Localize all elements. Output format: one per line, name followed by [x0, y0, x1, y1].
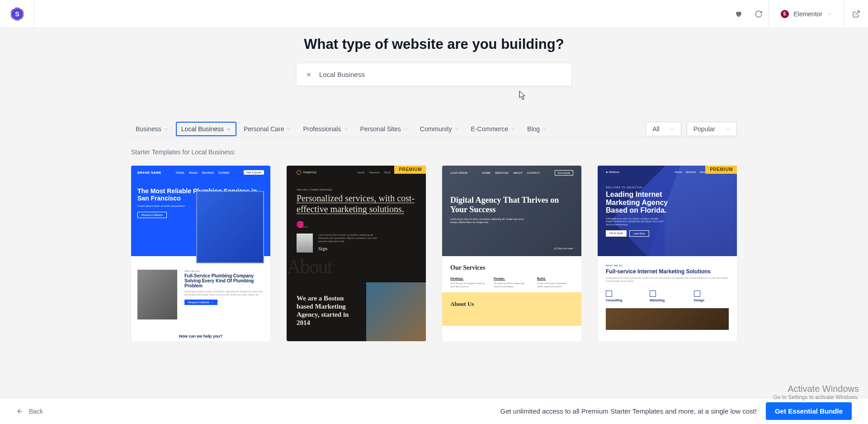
search-box[interactable]: Local Business	[297, 63, 571, 86]
sync-button[interactable]	[749, 4, 769, 24]
page-builder-select[interactable]: E Elementor	[769, 0, 844, 28]
open-external-button[interactable]	[844, 0, 868, 28]
type-filter-select[interactable]: All	[646, 122, 681, 136]
chevron-down-icon	[164, 127, 169, 132]
templates-grid: BRAND NAME Home About Services Contact G…	[131, 166, 737, 341]
builder-name-label: Elementor	[793, 10, 822, 18]
chevron-down-icon	[725, 127, 730, 132]
preview-brand: BRAND NAME	[137, 171, 161, 174]
preview-image	[196, 191, 264, 263]
category-professionals[interactable]: Professionals	[298, 122, 353, 136]
category-personal-care[interactable]: Personal Care	[239, 122, 296, 136]
preview-cta-icon: VIEW OUR SERVICES	[297, 221, 304, 228]
premium-badge: PREMIUM	[705, 166, 737, 174]
category-personal-sites[interactable]: Personal Sites	[356, 122, 413, 136]
filter-bar: Business Local Business Personal Care Pr…	[131, 122, 737, 138]
chevron-down-icon	[670, 127, 675, 132]
chevron-down-icon	[454, 127, 459, 132]
heart-icon	[735, 10, 743, 18]
chevron-down-icon	[510, 127, 515, 132]
logo-cell[interactable]: S	[0, 0, 34, 28]
chevron-down-icon	[403, 127, 408, 132]
chevron-down-icon	[542, 127, 547, 132]
chevron-down-icon	[344, 127, 349, 132]
preview-image	[297, 233, 313, 252]
preview-image	[366, 282, 426, 341]
close-icon	[306, 71, 312, 78]
chevron-down-icon	[286, 127, 291, 132]
external-link-icon	[852, 10, 860, 18]
svg-line-4	[856, 11, 859, 14]
sort-select[interactable]: Popular	[687, 122, 737, 136]
category-local-business[interactable]: Local Business	[176, 122, 236, 136]
chevron-down-icon	[226, 127, 231, 132]
template-card[interactable]: PREMIUM ◈ Delectus HomeServicesAboutBlog…	[598, 166, 737, 341]
page-title: What type of website are you building?	[0, 36, 868, 52]
category-tabs: Business Local Business Personal Care Pr…	[131, 122, 552, 136]
top-bar: S E Elementor	[0, 0, 868, 28]
favorites-button[interactable]	[729, 4, 749, 24]
results-heading: Starter Templates for Local Business:	[131, 148, 737, 156]
svg-text:S: S	[15, 10, 19, 18]
chevron-down-icon	[827, 11, 832, 17]
category-business[interactable]: Business	[131, 122, 173, 136]
sync-icon	[755, 10, 763, 18]
category-blog[interactable]: Blog	[523, 122, 552, 136]
template-card[interactable]: LOGO IPSUM HOME SERVICES ABOUT CONTACT G…	[442, 166, 581, 341]
preview-image	[137, 270, 177, 319]
app-logo-icon: S	[9, 6, 25, 22]
hero-section: What type of website are you building? L…	[0, 28, 868, 99]
template-card[interactable]: PREMIUM TRABITUS Home Services Work Abou…	[287, 166, 426, 341]
template-card[interactable]: BRAND NAME Home About Services Contact G…	[131, 166, 270, 341]
elementor-badge-icon: E	[781, 10, 789, 18]
clear-search-button[interactable]	[306, 71, 312, 78]
premium-badge: PREMIUM	[394, 166, 426, 174]
category-community[interactable]: Community	[415, 122, 464, 136]
preview-image	[606, 308, 729, 330]
search-value: Local Business	[319, 71, 365, 78]
category-ecommerce[interactable]: E-Commerce	[467, 122, 520, 136]
